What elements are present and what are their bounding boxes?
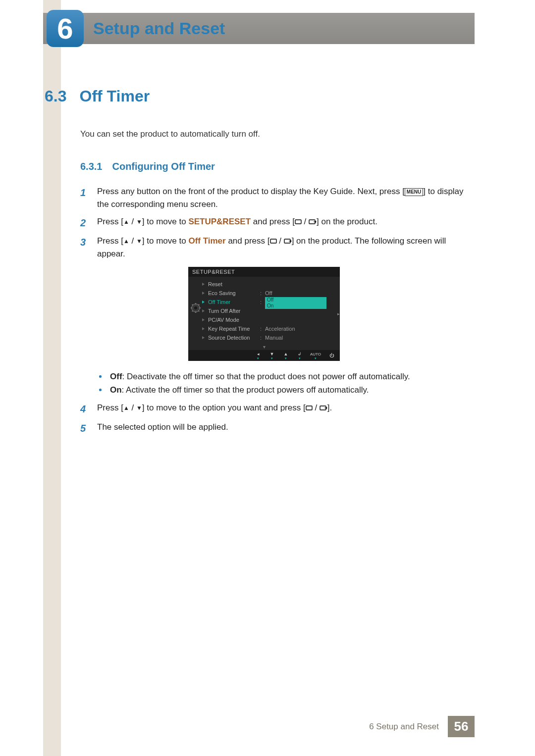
source-icon xyxy=(309,215,317,228)
osd-row-label: Turn Off After xyxy=(208,308,260,314)
triangle-up-icon: ▲ xyxy=(123,217,129,227)
page-content: 6.3 Off Timer You can set the product to… xyxy=(45,87,476,440)
step-text: The selected option will be applied. xyxy=(97,421,228,436)
osd-dropdown-options: Off On xyxy=(265,297,326,309)
display-icon xyxy=(295,215,302,228)
step-4: 4 Press [▲ / ▼] to move to the option yo… xyxy=(80,402,476,417)
subsection-heading: 6.3.1 Configuring Off Timer xyxy=(80,161,476,172)
step-number: 2 xyxy=(80,215,88,231)
svg-point-5 xyxy=(194,306,197,309)
osd-screenshot: SETUP&RESET ResetEco Saving:OffOff Timer… xyxy=(188,267,340,361)
osd-enter-icon: ↲▾ xyxy=(294,352,305,360)
step-list-cont: 4 Press [▲ / ▼] to move to the option yo… xyxy=(80,402,476,436)
step-text: Press any button on the front of the pro… xyxy=(97,187,405,196)
osd-row: Eco Saving:Off xyxy=(202,289,335,298)
triangle-up-icon: ▲ xyxy=(123,403,129,413)
source-icon xyxy=(284,235,292,248)
step-text: ] to move to xyxy=(142,236,189,246)
step-text: ] on the product. xyxy=(317,217,377,226)
step-text: and press [ xyxy=(226,236,270,246)
osd-row-label: Eco Saving xyxy=(208,290,260,296)
svg-line-11 xyxy=(199,310,200,311)
step-3: 3 Press [▲ / ▼] to move to Off Timer and… xyxy=(80,235,476,261)
osd-option-off: Off xyxy=(265,297,326,303)
target-label: Off Timer xyxy=(188,236,225,246)
step-text: Press [ xyxy=(97,217,123,226)
section-title: Off Timer xyxy=(79,87,150,105)
step-number: 5 xyxy=(80,421,88,436)
step-1: 1 Press any button on the front of the p… xyxy=(80,185,476,211)
svg-line-13 xyxy=(199,304,200,305)
osd-body: ResetEco Saving:OffOff Timer:Turn Off Af… xyxy=(188,277,340,344)
section-heading: 6.3 Off Timer xyxy=(45,87,476,105)
menu-button-icon: MENU xyxy=(405,188,423,196)
step-number: 3 xyxy=(80,235,88,261)
step-text: ] to move to xyxy=(142,217,189,226)
osd-footer: ◂▾ ▼▾ ▲▾ ↲▾ AUTO▾ ⏻ xyxy=(188,350,340,361)
osd-row: PC/AV Mode xyxy=(202,315,335,324)
step-number: 1 xyxy=(80,185,88,211)
osd-up-icon: ▲▾ xyxy=(280,352,291,360)
osd-row: Source Detection:Manual xyxy=(202,333,335,342)
chevron-right-icon: ▸ xyxy=(337,311,340,316)
subsection-title: Configuring Off Timer xyxy=(112,161,214,172)
osd-row-label: Key Repeat Time xyxy=(208,326,260,332)
footer-page-number: 56 xyxy=(448,716,475,737)
bullet-text: : Activate the off timer so that the pro… xyxy=(122,385,369,395)
svg-rect-0 xyxy=(295,220,301,224)
triangle-down-icon: ▼ xyxy=(136,217,142,227)
osd-row-value: Manual xyxy=(265,335,335,341)
osd-back-icon: ◂▾ xyxy=(253,352,264,360)
osd-row-label: Source Detection xyxy=(208,335,260,341)
bullet-term: On xyxy=(110,385,122,395)
osd-row: Reset xyxy=(202,280,335,289)
osd-row-value: Acceleration xyxy=(265,326,335,332)
footer-chapter-label: 6 Setup and Reset xyxy=(369,722,448,732)
page-footer: 6 Setup and Reset 56 xyxy=(43,716,475,737)
display-icon xyxy=(306,402,313,414)
triangle-up-icon: ▲ xyxy=(123,237,129,246)
subsection-number: 6.3.1 xyxy=(80,161,102,172)
osd-row-label: PC/AV Mode xyxy=(208,317,260,323)
step-5: 5 The selected option will be applied. xyxy=(80,421,476,436)
target-label: SETUP&RESET xyxy=(188,217,251,226)
osd-row-label: Off Timer xyxy=(208,299,260,305)
triangle-down-icon: ▼ xyxy=(136,403,142,413)
gear-icon xyxy=(190,302,201,313)
step-text: ] to move to the option you want and pre… xyxy=(142,403,306,412)
display-icon xyxy=(270,235,277,248)
svg-line-12 xyxy=(192,310,193,311)
bullet-off: Off: Deactivate the off timer so that th… xyxy=(99,370,476,383)
osd-title: SETUP&RESET xyxy=(188,267,340,277)
section-intro: You can set the product to automatically… xyxy=(80,129,476,139)
option-bullets: Off: Deactivate the off timer so that th… xyxy=(99,370,476,397)
osd-row-label: Reset xyxy=(208,281,260,287)
osd-row: Key Repeat Time:Acceleration xyxy=(202,324,335,333)
step-list: 1 Press any button on the front of the p… xyxy=(80,185,476,261)
bullet-text: : Deactivate the off timer so that the p… xyxy=(122,372,410,381)
chapter-title: Setup and Reset xyxy=(93,19,225,38)
osd-power-icon: ⏻ xyxy=(326,353,337,358)
step-text: Press [ xyxy=(97,236,123,246)
osd-auto-label: AUTO▾ xyxy=(308,352,323,360)
svg-line-10 xyxy=(192,304,193,305)
step-text: and press [ xyxy=(251,217,295,226)
source-icon xyxy=(320,402,327,414)
osd-row-value: Off xyxy=(265,290,335,296)
section-number: 6.3 xyxy=(45,87,66,105)
svg-rect-2 xyxy=(270,239,276,243)
step-2: 2 Press [▲ / ▼] to move to SETUP&RESET a… xyxy=(80,215,476,231)
osd-down-icon: ▼▾ xyxy=(267,352,277,360)
chapter-number-badge: 6 xyxy=(47,10,84,47)
bullet-term: Off xyxy=(110,372,122,381)
svg-rect-14 xyxy=(306,406,312,410)
step-number: 4 xyxy=(80,402,88,417)
osd-option-on: On xyxy=(265,303,326,309)
triangle-down-icon: ▼ xyxy=(136,237,142,246)
step-text: Press [ xyxy=(97,403,123,412)
step-text: ]. xyxy=(327,403,332,412)
chevron-down-icon: ▾ xyxy=(188,344,340,350)
bullet-on: On: Activate the off timer so that the p… xyxy=(99,383,476,397)
